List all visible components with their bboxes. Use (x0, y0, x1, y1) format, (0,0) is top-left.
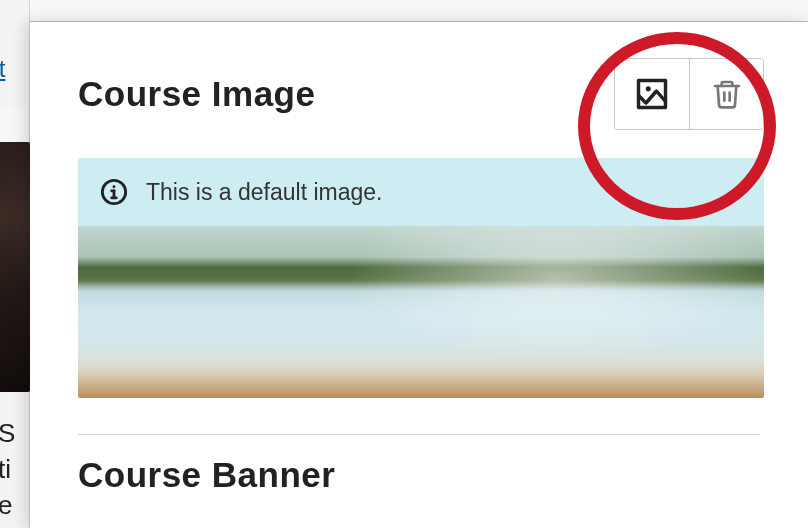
section-title: Course Image (78, 74, 315, 114)
window-top-border (0, 0, 808, 22)
notice-text: This is a default image. (146, 179, 383, 206)
trash-icon (711, 77, 743, 111)
image-icon (634, 76, 670, 112)
section-header: Course Image (78, 58, 764, 130)
section-title: Course Banner (78, 455, 760, 495)
ghost-text-line: ti (0, 454, 11, 484)
delete-image-button[interactable] (689, 59, 763, 129)
background-underlay: ult S ti e (0, 0, 30, 528)
course-image-preview (78, 226, 764, 398)
settings-panel: Course Image (30, 22, 808, 528)
course-banner-section: Course Banner (30, 455, 808, 495)
info-icon (100, 178, 128, 206)
svg-point-1 (646, 86, 651, 91)
ghost-text-line: e (0, 490, 12, 520)
upload-image-button[interactable] (615, 59, 689, 129)
ghost-row (0, 106, 29, 146)
ghost-text-line: S (0, 418, 15, 448)
course-image-section: Course Image (30, 22, 808, 398)
section-divider (78, 434, 760, 435)
image-actions (614, 58, 764, 130)
svg-point-6 (113, 185, 116, 188)
default-image-notice: This is a default image. (78, 158, 764, 226)
ghost-link: ult (0, 55, 5, 83)
ghost-thumbnail (0, 142, 30, 392)
